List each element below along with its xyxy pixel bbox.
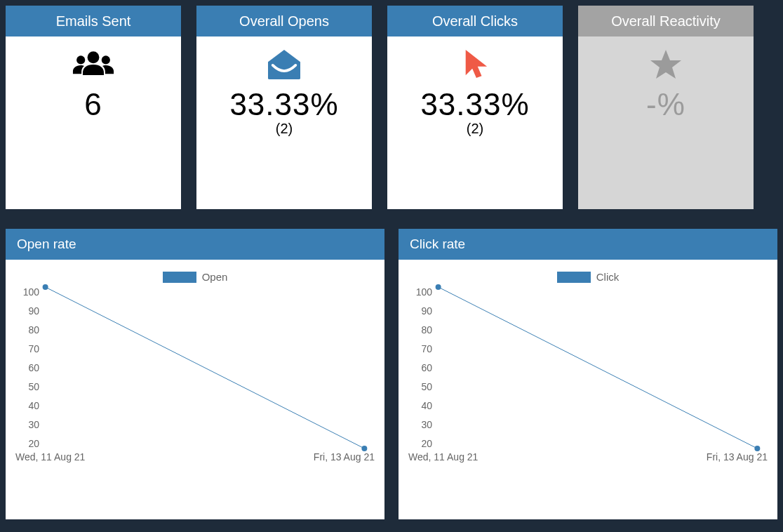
click-rate-legend-label: Click <box>596 271 620 283</box>
open-rate-legend-label: Open <box>202 271 228 283</box>
y-tick: 60 <box>408 363 432 373</box>
click-rate-legend: Click <box>408 271 768 283</box>
y-tick: 30 <box>408 420 432 430</box>
click-rate-chart-card: Click rate Click 100 90 80 70 60 50 40 3… <box>399 229 777 519</box>
cursor-click-icon <box>454 48 496 81</box>
x-axis-end: Fri, 13 Aug 21 <box>314 451 375 463</box>
y-tick: 40 <box>408 401 432 411</box>
open-rate-body: Open 100 90 80 70 60 50 40 30 20 <box>6 260 384 519</box>
overall-clicks-title: Overall Clicks <box>387 6 563 36</box>
svg-point-0 <box>88 51 100 63</box>
y-tick: 80 <box>408 325 432 335</box>
click-rate-body: Click 100 90 80 70 60 50 40 30 20 <box>399 260 777 519</box>
envelope-open-icon <box>263 48 305 81</box>
overall-reactivity-body: -% <box>578 36 754 209</box>
y-tick: 100 <box>15 287 39 297</box>
y-tick: 70 <box>15 344 39 354</box>
open-rate-plot: 100 90 80 70 60 50 40 30 20 <box>42 287 368 448</box>
emails-sent-card: Emails Sent 6 <box>6 6 181 209</box>
y-tick: 80 <box>15 325 39 335</box>
emails-sent-title: Emails Sent <box>6 6 181 36</box>
svg-point-1 <box>76 55 85 64</box>
y-tick: 40 <box>15 401 39 411</box>
overall-reactivity-title: Overall Reactivity <box>578 6 754 36</box>
overall-opens-body: 33.33% (2) <box>196 36 372 209</box>
overall-opens-value: 33.33% <box>229 87 338 122</box>
overall-clicks-subvalue: (2) <box>467 121 483 137</box>
x-axis-start: Wed, 11 Aug 21 <box>408 451 478 463</box>
overall-opens-subvalue: (2) <box>276 121 293 137</box>
open-rate-legend: Open <box>15 271 375 283</box>
overall-reactivity-card: Overall Reactivity -% <box>578 6 754 209</box>
svg-point-2 <box>102 55 110 64</box>
overall-clicks-value: 33.33% <box>420 87 529 122</box>
y-tick: 50 <box>15 382 39 392</box>
overall-clicks-body: 33.33% (2) <box>387 36 563 209</box>
charts-row: Open rate Open 100 90 80 70 60 50 40 30 … <box>6 229 777 519</box>
users-icon <box>72 48 114 81</box>
open-rate-x-axis: Wed, 11 Aug 21 Fri, 13 Aug 21 <box>15 451 375 463</box>
y-tick: 20 <box>15 439 39 448</box>
open-rate-chart-card: Open rate Open 100 90 80 70 60 50 40 30 … <box>6 229 384 519</box>
y-tick: 50 <box>408 382 432 392</box>
overall-reactivity-value: -% <box>646 87 685 122</box>
overall-clicks-card: Overall Clicks 33.33% (2) <box>387 6 563 209</box>
overall-opens-title: Overall Opens <box>196 6 372 36</box>
y-tick: 90 <box>408 306 432 316</box>
svg-point-7 <box>436 284 441 290</box>
star-icon <box>645 48 687 81</box>
kpi-cards-row: Emails Sent 6 Overall Opens <box>6 6 777 209</box>
click-rate-plot: 100 90 80 70 60 50 40 30 20 <box>435 287 761 448</box>
svg-point-4 <box>43 284 48 290</box>
click-rate-points <box>435 287 761 448</box>
click-rate-y-axis: 100 90 80 70 60 50 40 30 20 <box>408 287 432 448</box>
y-tick: 100 <box>408 287 432 297</box>
open-rate-points <box>42 287 368 448</box>
emails-sent-value: 6 <box>84 87 102 122</box>
click-rate-title: Click rate <box>399 229 777 260</box>
overall-opens-card: Overall Opens 33.33% (2) <box>196 6 372 209</box>
legend-swatch <box>557 272 591 283</box>
x-axis-end: Fri, 13 Aug 21 <box>707 451 768 463</box>
legend-swatch <box>163 272 196 283</box>
open-rate-y-axis: 100 90 80 70 60 50 40 30 20 <box>15 287 39 448</box>
y-tick: 20 <box>408 439 432 448</box>
click-rate-x-axis: Wed, 11 Aug 21 Fri, 13 Aug 21 <box>408 451 768 463</box>
svg-point-8 <box>754 446 760 451</box>
open-rate-title: Open rate <box>6 229 384 260</box>
svg-point-5 <box>361 446 367 451</box>
y-tick: 60 <box>15 363 39 373</box>
y-tick: 90 <box>15 306 39 316</box>
x-axis-start: Wed, 11 Aug 21 <box>15 451 85 463</box>
y-tick: 70 <box>408 344 432 354</box>
y-tick: 30 <box>15 420 39 430</box>
emails-sent-body: 6 <box>6 36 181 209</box>
